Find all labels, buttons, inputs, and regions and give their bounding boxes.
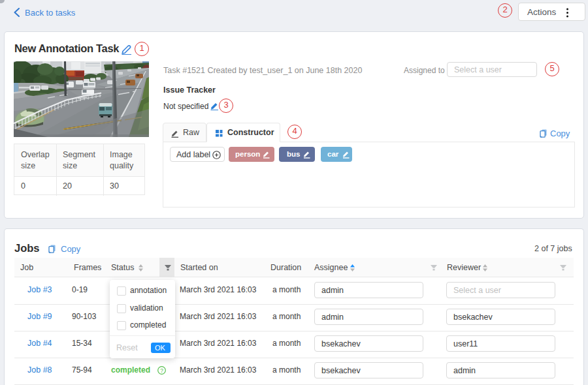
svg-text:?: ? <box>160 367 163 374</box>
